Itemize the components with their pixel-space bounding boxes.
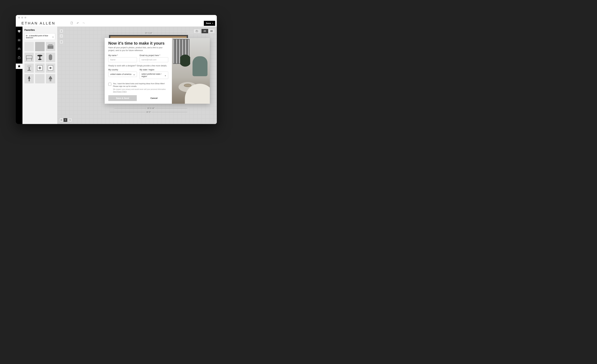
rail-paint-icon[interactable] [16,29,23,34]
app-body: Favorites br - a beautiful point of blue… [16,27,217,124]
privacy-policy-link[interactable]: See Privacy Policy [113,91,127,93]
svg-rect-8 [39,55,40,59]
save-send-button[interactable]: Save & Send [108,95,137,101]
country-label: My country [108,69,137,71]
designer-hint: Ready to work with a designer? Simply pr… [108,64,168,67]
name-label: My name * [108,54,137,57]
fav-thumb-3[interactable] [46,42,55,51]
topbar: ETHAN ALLEN ↶ ↷ Save [16,20,217,27]
svg-point-17 [49,67,52,69]
svg-rect-3 [48,44,53,46]
svg-point-9 [38,59,41,60]
brand-logo: ETHAN ALLEN [22,21,55,25]
dropdown-value: br - a beautiful point of blue bedroom [26,35,52,39]
cancel-button[interactable]: Cancel [140,95,168,101]
rail-furniture-icon[interactable] [16,46,23,52]
save-button[interactable]: Save [204,21,215,26]
svg-rect-4 [26,55,32,59]
save-project-modal: Now it's time to make it yours Have all … [105,38,210,104]
optin-main-text: Yes, I want the latest looks and inspiri… [113,82,168,87]
fav-thumb-2[interactable] [35,42,44,51]
svg-rect-0 [18,31,20,32]
fav-thumb-6[interactable] [46,53,55,62]
modal-form: Now it's time to make it yours Have all … [105,38,172,104]
new-file-icon[interactable] [70,22,73,25]
svg-rect-19 [50,79,51,81]
modal-subtitle: Have all your project's photos, product … [108,46,168,52]
optin-checkbox[interactable] [108,83,111,86]
favorites-collection-dropdown[interactable]: br - a beautiful point of blue bedroom [24,33,55,40]
modal-title: Now it's time to make it yours [108,41,168,46]
svg-rect-1 [19,32,19,33]
fav-thumb-4[interactable] [24,53,34,62]
window-titlebar [16,15,217,20]
state-label: My state / region [140,69,168,71]
fav-thumb-8[interactable] [35,63,44,73]
window-min-dot[interactable] [21,17,23,18]
svg-point-15 [39,67,41,69]
name-input[interactable] [108,57,137,62]
rail-bag-icon[interactable] [16,55,23,60]
rail-wall-icon[interactable] [16,38,23,43]
fav-thumb-7[interactable] [24,63,34,73]
sidebar-title: Favorites [24,29,55,31]
save-button-label: Save [206,22,211,24]
window-max-dot[interactable] [24,17,26,18]
favorites-grid [24,42,55,83]
modal-hero-image [172,38,210,104]
redo-icon[interactable]: ↷ [83,22,85,25]
rail-favorites-icon[interactable] [16,63,23,69]
fav-thumb-12[interactable] [46,74,55,83]
toolbar-icons: ↶ ↷ [70,22,85,25]
undo-icon[interactable]: ↶ [77,22,79,25]
state-value: select preferred state / region [141,73,164,78]
fav-thumb-11[interactable] [35,74,44,83]
svg-rect-12 [29,67,30,70]
fav-thumb-1[interactable] [24,42,34,51]
fav-thumb-9[interactable] [46,63,55,73]
country-select[interactable]: united states of america [108,71,137,77]
svg-rect-10 [49,55,52,60]
optin-fine-text: We respect your privacy and would never … [113,88,166,90]
window-close-dot[interactable] [18,17,20,18]
icon-rail [16,27,23,124]
email-label: Email my project here * [140,54,168,57]
design-canvas[interactable]: + − 2D 3D 19' 8 1/4" 19' 8 1/4" 20' 8" 1… [57,27,217,124]
fav-thumb-10[interactable] [24,74,34,83]
email-input[interactable] [140,57,168,62]
svg-rect-13 [27,70,31,71]
browser-frame: ETHAN ALLEN ↶ ↷ Save [16,15,217,124]
sidebar: Favorites br - a beautiful point of blue… [23,27,57,124]
country-value: united states of america [110,73,131,75]
optin-text: Yes, I want the latest looks and inspiri… [113,82,168,93]
svg-rect-2 [47,45,53,49]
state-select[interactable]: select preferred state / region [140,71,168,79]
fav-thumb-5[interactable] [35,53,44,62]
svg-rect-18 [37,77,42,81]
